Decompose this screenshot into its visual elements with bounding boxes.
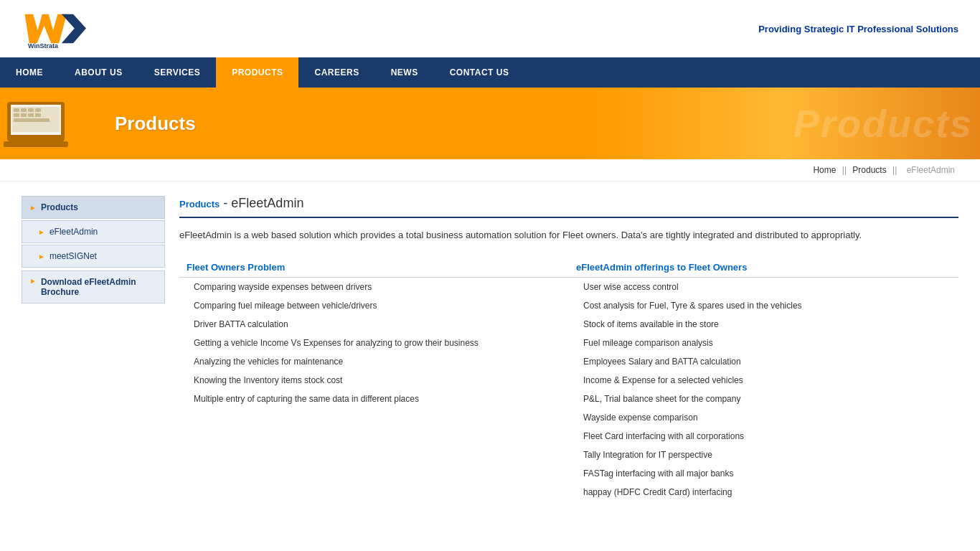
svg-rect-8 bbox=[21, 108, 27, 112]
heading-rest: - eFleetAdmin bbox=[220, 196, 303, 210]
table-row: happay (HDFC Credit Card) interfacing bbox=[179, 483, 958, 501]
left-cell: Driver BATTA calculation bbox=[179, 315, 569, 334]
svg-rect-11 bbox=[14, 113, 19, 117]
table-row: Driver BATTA calculationStock of items a… bbox=[179, 315, 958, 334]
breadcrumb-sep1: || bbox=[842, 165, 849, 175]
nav-news[interactable]: NEWS bbox=[375, 57, 434, 88]
sidebar-download-label: Download eFleetAdmin Brochure bbox=[41, 277, 157, 297]
table-row: Tally Integration for IT perspective bbox=[179, 446, 958, 464]
products-arrow-icon: ► bbox=[29, 204, 37, 212]
right-cell: Wayside expense comparison bbox=[569, 408, 958, 427]
svg-rect-10 bbox=[35, 108, 41, 112]
left-cell: Getting a vehicle Income Vs Expenses for… bbox=[179, 334, 569, 352]
left-cell: Comparing fuel mileage between vehicle/d… bbox=[179, 296, 569, 315]
svg-marker-0 bbox=[25, 14, 67, 44]
left-cell bbox=[179, 446, 569, 464]
nav-about[interactable]: ABOUT US bbox=[59, 57, 138, 88]
table-row: Comparing wayside expenses between drive… bbox=[179, 277, 958, 296]
right-cell: User wise access control bbox=[569, 277, 958, 296]
right-cell: P&L, Trial balance sheet for the company bbox=[569, 390, 958, 408]
heading-products-link[interactable]: Products bbox=[179, 199, 220, 209]
navigation: HOME ABOUT US SERVICES PRODUCTS CAREERS … bbox=[0, 57, 980, 88]
svg-rect-14 bbox=[35, 113, 41, 117]
svg-rect-13 bbox=[28, 113, 34, 117]
main-content: Products - eFleetAdmin eFleetAdmin is a … bbox=[179, 196, 958, 501]
sidebar: ► Products ► eFleetAdmin ► meetSIGNet ► bbox=[22, 196, 165, 501]
right-cell: Employees Salary and BATTA calculation bbox=[569, 352, 958, 371]
tagline: Providing Strategic IT Professional Solu… bbox=[758, 24, 958, 34]
download-arrow-icon: ► bbox=[29, 277, 37, 285]
breadcrumb-home[interactable]: Home bbox=[813, 165, 836, 175]
sidebar-item-efleetadmin[interactable]: ► eFleetAdmin bbox=[22, 220, 165, 243]
table-row: Getting a vehicle Income Vs Expenses for… bbox=[179, 334, 958, 352]
left-cell: Multiple entry of capturing the same dat… bbox=[179, 390, 569, 408]
banner-title: Products bbox=[115, 113, 196, 135]
left-cell: Analyzing the vehicles for maintenance bbox=[179, 352, 569, 371]
table-row: Multiple entry of capturing the same dat… bbox=[179, 390, 958, 408]
nav-contact[interactable]: CONTACT US bbox=[434, 57, 525, 88]
efleet-offerings-link[interactable]: eFleetAdmin offerings to Fleet Owners bbox=[576, 262, 747, 273]
fleet-owners-link[interactable]: Fleet Owners Problem bbox=[187, 262, 285, 273]
right-cell: FASTag interfacing with all major banks bbox=[569, 464, 958, 483]
offerings-table: Fleet Owners Problem eFleetAdmin offerin… bbox=[179, 258, 958, 501]
sidebar-item-meetsignet[interactable]: ► meetSIGNet bbox=[22, 245, 165, 268]
content-area: ► Products ► eFleetAdmin ► meetSIGNet ► bbox=[0, 182, 980, 516]
breadcrumb: Home || Products || eFleetAdmin bbox=[0, 159, 980, 182]
left-cell bbox=[179, 464, 569, 483]
sidebar-download[interactable]: ► Download eFleetAdmin Brochure bbox=[22, 270, 165, 303]
right-cell: Tally Integration for IT perspective bbox=[569, 446, 958, 464]
tagline-bold: IT Professional Solutions bbox=[847, 24, 958, 34]
tagline-prefix: Providing Strategic bbox=[758, 24, 847, 34]
header: WinStrata Providing Strategic IT Profess… bbox=[0, 0, 980, 57]
page-heading: Products - eFleetAdmin bbox=[179, 196, 958, 218]
nav-services[interactable]: SERVICES bbox=[138, 57, 216, 88]
breadcrumb-sep2: || bbox=[892, 165, 900, 175]
right-cell: happay (HDFC Credit Card) interfacing bbox=[569, 483, 958, 501]
nav-careers[interactable]: CAREERS bbox=[298, 57, 374, 88]
banner-watermark: Products bbox=[793, 101, 973, 146]
sidebar-efleetadmin-label: eFleetAdmin bbox=[50, 227, 98, 237]
meetsignet-arrow-icon: ► bbox=[38, 253, 45, 260]
left-column-header[interactable]: Fleet Owners Problem bbox=[179, 258, 569, 278]
svg-rect-7 bbox=[14, 108, 19, 112]
right-column-header[interactable]: eFleetAdmin offerings to Fleet Owners bbox=[569, 258, 958, 278]
logo-area: WinStrata bbox=[22, 7, 86, 50]
table-row: Analyzing the vehicles for maintenanceEm… bbox=[179, 352, 958, 371]
sidebar-meetsignet-label: meetSIGNet bbox=[50, 251, 97, 261]
sidebar-products-label: Products bbox=[41, 202, 78, 212]
right-cell: Fuel mileage comparison analysis bbox=[569, 334, 958, 352]
breadcrumb-products[interactable]: Products bbox=[852, 165, 886, 175]
left-cell: Knowing the Inventory items stock cost bbox=[179, 371, 569, 390]
svg-rect-15 bbox=[14, 118, 50, 122]
left-cell bbox=[179, 408, 569, 427]
table-row: FASTag interfacing with all major banks bbox=[179, 464, 958, 483]
sidebar-item-products[interactable]: ► Products bbox=[22, 196, 165, 219]
right-cell: Fleet Card interfacing with all corporat… bbox=[569, 427, 958, 446]
left-cell bbox=[179, 483, 569, 501]
nav-products[interactable]: PRODUCTS bbox=[216, 57, 298, 88]
svg-rect-5 bbox=[4, 141, 68, 147]
table-row: Knowing the Inventory items stock costIn… bbox=[179, 371, 958, 390]
right-cell: Cost analysis for Fuel, Tyre & spares us… bbox=[569, 296, 958, 315]
svg-text:WinStrata: WinStrata bbox=[28, 42, 59, 50]
table-row: Comparing fuel mileage between vehicle/d… bbox=[179, 296, 958, 315]
left-cell bbox=[179, 427, 569, 446]
table-row: Wayside expense comparison bbox=[179, 408, 958, 427]
logo-icon: WinStrata bbox=[22, 7, 86, 50]
breadcrumb-current: eFleetAdmin bbox=[907, 165, 955, 175]
intro-text: eFleetAdmin is a web based solution whic… bbox=[179, 228, 958, 243]
banner: Products Products bbox=[0, 88, 980, 159]
table-row: Fleet Card interfacing with all corporat… bbox=[179, 427, 958, 446]
svg-rect-9 bbox=[28, 108, 34, 112]
banner-laptop-icon bbox=[0, 88, 86, 159]
right-cell: Income & Expense for a selected vehicles bbox=[569, 371, 958, 390]
efleetadmin-arrow-icon: ► bbox=[38, 228, 45, 236]
nav-home[interactable]: HOME bbox=[0, 57, 59, 88]
left-cell: Comparing wayside expenses between drive… bbox=[179, 277, 569, 296]
right-cell: Stock of items available in the store bbox=[569, 315, 958, 334]
svg-rect-12 bbox=[21, 113, 27, 117]
